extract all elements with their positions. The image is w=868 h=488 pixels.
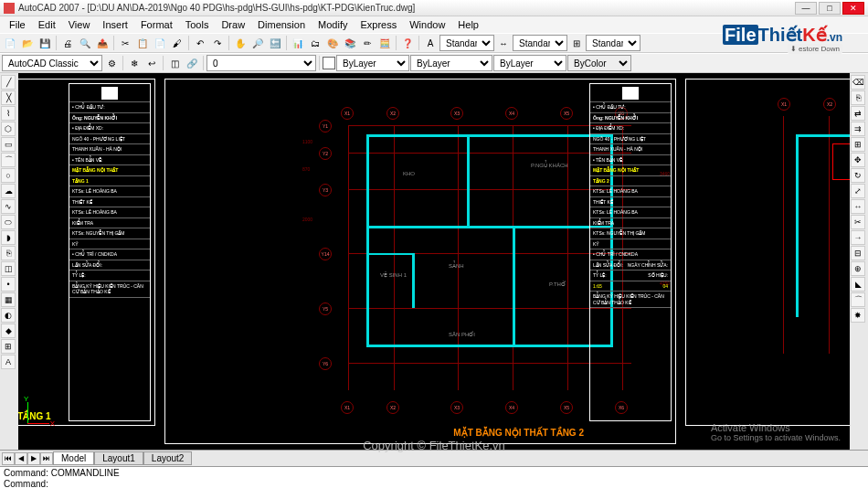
publish-icon[interactable]: 📤 xyxy=(94,35,111,51)
ellipsearc-icon[interactable]: ◗ xyxy=(1,230,16,245)
calc-icon[interactable]: 🧮 xyxy=(376,35,393,51)
ellipse-icon[interactable]: ⬭ xyxy=(1,215,16,229)
xline-icon[interactable]: ╳ xyxy=(1,90,16,105)
paste-icon[interactable]: 📄 xyxy=(152,35,168,51)
menu-format[interactable]: Format xyxy=(135,18,178,31)
pan-icon[interactable]: ✋ xyxy=(232,35,249,51)
stretch-icon[interactable]: ↔ xyxy=(851,199,865,214)
lineweight-combo[interactable]: ByLayer xyxy=(493,55,566,71)
tab-last-icon[interactable]: ⏭ xyxy=(40,452,53,465)
insert-icon[interactable]: ⎘ xyxy=(1,246,16,260)
open-icon[interactable]: 📂 xyxy=(19,35,36,51)
print-icon[interactable]: 🖨 xyxy=(59,35,76,51)
block-icon[interactable]: ◫ xyxy=(166,55,183,71)
pline-icon[interactable]: ⌇ xyxy=(1,106,16,121)
menu-window[interactable]: Window xyxy=(404,18,450,31)
markup-icon[interactable]: ✏ xyxy=(359,35,376,51)
maximize-button[interactable]: □ xyxy=(819,2,841,15)
chamfer-icon[interactable]: ◣ xyxy=(851,277,865,292)
cut-icon[interactable]: ✂ xyxy=(117,35,133,51)
zoom-icon[interactable]: 🔎 xyxy=(249,35,266,51)
menu-edit[interactable]: Edit xyxy=(33,18,61,31)
trim-icon[interactable]: ✂ xyxy=(851,215,865,229)
close-button[interactable]: ✕ xyxy=(842,2,864,15)
menu-view[interactable]: View xyxy=(63,18,96,31)
break-icon[interactable]: ⊟ xyxy=(851,246,865,260)
properties-icon[interactable]: 📊 xyxy=(290,35,306,51)
layer-icon[interactable]: ❄ xyxy=(126,55,143,71)
xref-icon[interactable]: 🔗 xyxy=(184,55,200,71)
gradient-icon[interactable]: ◐ xyxy=(1,308,16,323)
copy-icon[interactable]: 📋 xyxy=(134,35,151,51)
zoom-prev-icon[interactable]: 🔙 xyxy=(267,35,283,51)
save-icon[interactable]: 💾 xyxy=(37,35,53,51)
dcenter-icon[interactable]: 🗂 xyxy=(307,35,323,51)
mtext-icon[interactable]: A xyxy=(1,355,16,369)
menu-insert[interactable]: Insert xyxy=(97,18,133,31)
menu-tools[interactable]: Tools xyxy=(180,18,215,31)
dimstyle-icon[interactable]: ↔ xyxy=(495,35,512,51)
tab-first-icon[interactable]: ⏮ xyxy=(2,452,15,465)
copy-obj-icon[interactable]: ⎘ xyxy=(851,90,865,105)
line-icon[interactable]: ╱ xyxy=(1,75,16,90)
workspace-combo[interactable]: AutoCAD Classic xyxy=(2,55,102,71)
offset-icon[interactable]: ⇉ xyxy=(851,122,865,136)
arc-icon[interactable]: ⌒ xyxy=(1,153,16,167)
circle-icon[interactable]: ○ xyxy=(1,168,16,183)
extend-icon[interactable]: → xyxy=(851,230,865,245)
tab-model[interactable]: Model xyxy=(53,451,94,465)
command-line[interactable]: Command: COMMANDLINE Command: xyxy=(0,466,868,488)
join-icon[interactable]: ⊕ xyxy=(851,261,865,276)
menu-dimension[interactable]: Dimension xyxy=(252,18,311,31)
menu-draw[interactable]: Draw xyxy=(216,18,250,31)
match-icon[interactable]: 🖌 xyxy=(169,35,185,51)
polygon-icon[interactable]: ⬡ xyxy=(1,122,16,136)
drawing-canvas[interactable]: • CHỦ ĐẦU TƯ: Ông: NGUYỄN KHỞI • ĐỊA ĐIỂ… xyxy=(18,73,850,450)
layer-combo[interactable]: 0 xyxy=(206,55,316,71)
tablestyle-icon[interactable]: ⊞ xyxy=(568,35,585,51)
tab-prev-icon[interactable]: ◀ xyxy=(15,452,27,465)
tpalette-icon[interactable]: 🎨 xyxy=(324,35,341,51)
table-icon[interactable]: ⊞ xyxy=(1,339,16,354)
move-icon[interactable]: ✥ xyxy=(851,153,865,167)
spline-icon[interactable]: ∿ xyxy=(1,199,16,214)
undo-icon[interactable]: ↶ xyxy=(192,35,208,51)
dimstyle-combo[interactable]: Standard xyxy=(513,35,567,51)
rectangle-icon[interactable]: ▭ xyxy=(1,137,16,152)
revcloud-icon[interactable]: ☁ xyxy=(1,184,16,198)
erase-icon[interactable]: ⌫ xyxy=(851,75,865,90)
new-icon[interactable]: 📄 xyxy=(2,35,18,51)
color-combo[interactable]: ByLayer xyxy=(336,55,409,71)
minimize-button[interactable]: — xyxy=(795,2,817,15)
menu-modify[interactable]: Modify xyxy=(312,18,353,31)
menu-express[interactable]: Express xyxy=(355,18,402,31)
region-icon[interactable]: ◆ xyxy=(1,324,16,338)
array-icon[interactable]: ⊞ xyxy=(851,137,865,152)
layer-prev-icon[interactable]: ↩ xyxy=(143,55,160,71)
point-icon[interactable]: • xyxy=(1,277,16,292)
redo-icon[interactable]: ↷ xyxy=(209,35,226,51)
preview-icon[interactable]: 🔍 xyxy=(77,35,93,51)
fillet-icon[interactable]: ⌒ xyxy=(851,292,865,307)
scale-icon[interactable]: ⤢ xyxy=(851,184,865,198)
sheetset-icon[interactable]: 📚 xyxy=(342,35,358,51)
workspace-settings-icon[interactable]: ⚙ xyxy=(103,55,120,71)
explode-icon[interactable]: ✸ xyxy=(851,308,865,323)
textstyle-combo[interactable]: Standard xyxy=(439,35,494,51)
makeblock-icon[interactable]: ◫ xyxy=(1,261,16,276)
linetype-combo[interactable]: ByLayer xyxy=(410,55,492,71)
tab-layout2[interactable]: Layout2 xyxy=(143,451,193,465)
color-swatch[interactable] xyxy=(323,57,335,69)
tab-layout1[interactable]: Layout1 xyxy=(94,451,143,465)
rotate-icon[interactable]: ↻ xyxy=(851,168,865,183)
menu-help[interactable]: Help xyxy=(452,18,484,31)
textstyle-icon[interactable]: A xyxy=(422,35,439,51)
help-icon[interactable]: ❓ xyxy=(399,35,416,51)
tablestyle-combo[interactable]: Standard xyxy=(586,35,640,51)
tb-rev-label: LẦN SỬA ĐỔI: xyxy=(69,260,150,271)
plotstyle-combo[interactable]: ByColor xyxy=(567,55,631,71)
tab-next-icon[interactable]: ▶ xyxy=(27,452,40,465)
mirror-icon[interactable]: ⇄ xyxy=(851,106,865,121)
menu-file[interactable]: File xyxy=(4,18,31,31)
hatch-icon[interactable]: ▦ xyxy=(1,292,16,307)
